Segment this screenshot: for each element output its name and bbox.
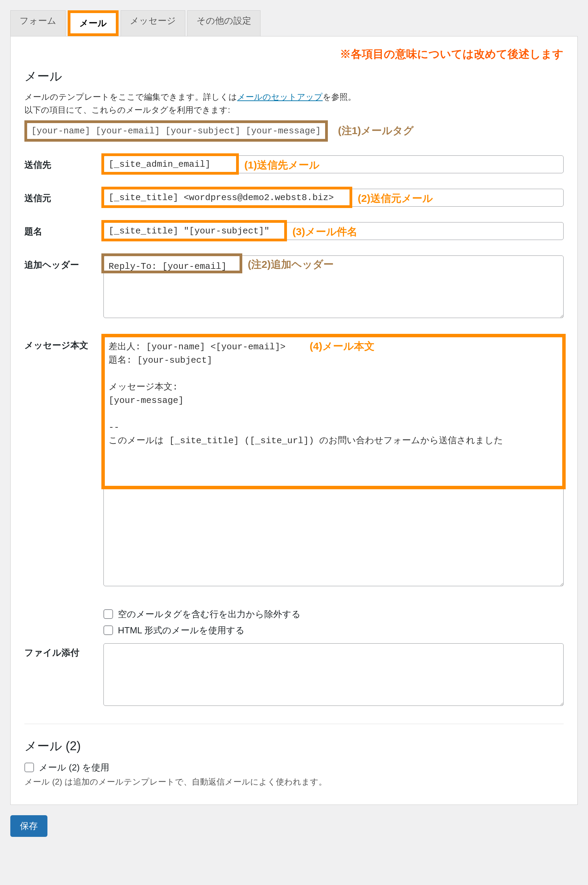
label-attachments: ファイル添付 — [24, 643, 104, 659]
label-from: 送信元 — [24, 189, 104, 204]
label-subject: 題名 — [24, 222, 104, 237]
tab-messages[interactable]: メッセージ — [121, 10, 185, 36]
body-input[interactable]: 差出人: [your-name] <[your-email]> 題名: [you… — [104, 336, 564, 586]
desc-line-2: 以下の項目にて、これらのメールタグを利用できます: — [24, 104, 564, 117]
body-annotation: (4)メール本文 — [310, 340, 375, 353]
setup-link[interactable]: メールのセットアップ — [237, 92, 323, 101]
mail-tags-box: [your-name] [your-email] [your-subject] … — [24, 120, 328, 142]
section-title: メール — [24, 68, 564, 85]
attachments-input[interactable] — [104, 643, 564, 706]
mail2-note: メール (2) は追加のメールテンプレートで、自動返信メールによく使われます。 — [24, 776, 564, 787]
save-button[interactable]: 保存 — [10, 815, 47, 837]
to-input[interactable] — [104, 155, 564, 173]
tab-form[interactable]: フォーム — [10, 10, 66, 36]
label-headers: 追加ヘッダー — [24, 255, 104, 271]
divider — [24, 724, 564, 724]
subject-annotation: (3)メール件名 — [292, 225, 357, 239]
headers-annotation: (注2)追加ヘッダー — [248, 257, 334, 272]
to-annotation: (1)送信先メール — [244, 158, 320, 172]
use-html-label: HTML 形式のメールを使用する — [118, 624, 244, 636]
use-html-checkbox[interactable] — [104, 625, 113, 635]
mail2-title: メール (2) — [24, 738, 564, 755]
from-annotation: (2)送信元メール — [358, 191, 433, 206]
label-body: メッセージ本文 — [24, 336, 104, 352]
label-to: 送信先 — [24, 155, 104, 171]
tab-other[interactable]: その他の設定 — [187, 10, 261, 36]
mail-tags-annotation: (注1)メールタグ — [338, 124, 414, 138]
mail2-checkbox[interactable] — [24, 763, 34, 772]
from-input[interactable] — [104, 189, 564, 207]
exclude-blank-label: 空のメールタグを含む行を出力から除外する — [118, 608, 301, 620]
mail2-checkbox-label: メール (2) を使用 — [39, 762, 109, 774]
top-note: ※各項目の意味については改めて後述します — [24, 47, 564, 62]
tab-mail[interactable]: メール — [68, 10, 118, 36]
exclude-blank-checkbox[interactable] — [104, 609, 113, 619]
desc-line-1: メールのテンプレートをここで編集できます。詳しくはメールのセットアップを参照。 — [24, 90, 564, 104]
